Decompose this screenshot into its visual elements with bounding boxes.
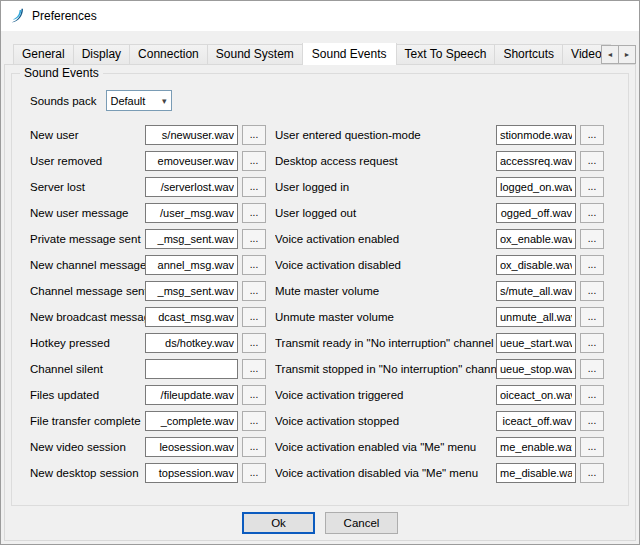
browse-button[interactable]: ...: [580, 203, 604, 223]
sound-file-input[interactable]: [496, 203, 576, 223]
sound-file-input[interactable]: [145, 463, 238, 483]
sound-events-group: Sound Events Sounds pack Default ▾ New u…: [11, 73, 629, 506]
browse-button[interactable]: ...: [580, 359, 604, 379]
row-channel-message-sent: Channel message sent ...: [30, 280, 266, 301]
browse-button[interactable]: ...: [580, 437, 604, 457]
row-new-broadcast-message: New broadcast message ...: [30, 306, 266, 327]
sound-file-input[interactable]: [145, 307, 238, 327]
ok-button[interactable]: Ok: [242, 512, 315, 534]
sound-file-input[interactable]: [145, 255, 238, 275]
row-new-desktop-session: New desktop session ...: [30, 462, 266, 483]
sound-file-input[interactable]: [496, 411, 576, 431]
sound-file-input[interactable]: [496, 437, 576, 457]
sound-event-label: Private message sent: [30, 233, 145, 245]
browse-button[interactable]: ...: [242, 151, 266, 171]
sound-event-label: Voice activation disabled via "Me" menu: [275, 467, 496, 479]
sound-event-label: User removed: [30, 155, 145, 167]
browse-button[interactable]: ...: [242, 437, 266, 457]
browse-button[interactable]: ...: [242, 411, 266, 431]
sound-file-input[interactable]: [496, 151, 576, 171]
row-user-logged-in: User logged in ...: [275, 176, 604, 197]
sound-event-label: Server lost: [30, 181, 145, 193]
sound-file-input[interactable]: [145, 229, 238, 249]
browse-button[interactable]: ...: [242, 229, 266, 249]
sound-file-input[interactable]: [496, 229, 576, 249]
tab-sound-system[interactable]: Sound System: [207, 44, 303, 65]
sound-file-input[interactable]: [145, 151, 238, 171]
sound-file-input[interactable]: [496, 463, 576, 483]
row-voice-activation-triggered: Voice activation triggered ...: [275, 384, 604, 405]
sound-file-input[interactable]: [145, 359, 238, 379]
tab-scroll-control: ◄ ►: [602, 45, 636, 64]
browse-button[interactable]: ...: [580, 411, 604, 431]
sounds-pack-value: Default: [111, 95, 146, 107]
browse-button[interactable]: ...: [580, 177, 604, 197]
sound-file-input[interactable]: [145, 203, 238, 223]
row-new-video-session: New video session ...: [30, 436, 266, 457]
cancel-button[interactable]: Cancel: [325, 512, 398, 534]
browse-button[interactable]: ...: [242, 281, 266, 301]
sounds-pack-dropdown[interactable]: Default ▾: [106, 90, 172, 111]
sound-file-input[interactable]: [496, 307, 576, 327]
browse-button[interactable]: ...: [580, 255, 604, 275]
browse-button[interactable]: ...: [242, 255, 266, 275]
sound-file-input[interactable]: [496, 255, 576, 275]
tab-scroll-left-icon[interactable]: ◄: [601, 45, 619, 64]
sound-file-input[interactable]: [496, 125, 576, 145]
tab-general[interactable]: General: [13, 44, 74, 65]
sounds-pack-row: Sounds pack Default ▾: [30, 90, 172, 111]
tab-display[interactable]: Display: [73, 44, 130, 65]
sound-event-label: Voice activation stopped: [275, 415, 496, 427]
browse-button[interactable]: ...: [580, 307, 604, 327]
browse-button[interactable]: ...: [242, 177, 266, 197]
sound-event-label: New broadcast message: [30, 311, 145, 323]
sound-file-input[interactable]: [145, 177, 238, 197]
browse-button[interactable]: ...: [580, 281, 604, 301]
browse-button[interactable]: ...: [242, 359, 266, 379]
browse-button[interactable]: ...: [580, 385, 604, 405]
tab-connection[interactable]: Connection: [129, 44, 208, 65]
browse-button[interactable]: ...: [242, 307, 266, 327]
preferences-dialog: Preferences General Display Connection S…: [0, 0, 640, 545]
sound-file-input[interactable]: [496, 177, 576, 197]
browse-button[interactable]: ...: [242, 203, 266, 223]
browse-button[interactable]: ...: [242, 463, 266, 483]
row-user-removed: User removed ...: [30, 150, 266, 171]
sound-event-label: Channel silent: [30, 363, 145, 375]
tab-shortcuts[interactable]: Shortcuts: [494, 44, 563, 65]
sound-event-label: New desktop session: [30, 467, 145, 479]
browse-button[interactable]: ...: [242, 125, 266, 145]
tab-sound-events[interactable]: Sound Events: [302, 43, 397, 65]
browse-button[interactable]: ...: [580, 125, 604, 145]
sound-file-input[interactable]: [145, 437, 238, 457]
sound-file-input[interactable]: [145, 411, 238, 431]
browse-button[interactable]: ...: [580, 229, 604, 249]
app-icon: [9, 8, 25, 24]
sound-file-input[interactable]: [496, 281, 576, 301]
browse-button[interactable]: ...: [242, 333, 266, 353]
row-voice-activation-enabled-me-menu: Voice activation enabled via "Me" menu .…: [275, 436, 604, 457]
row-new-user-message: New user message ...: [30, 202, 266, 223]
dialog-content: General Display Connection Sound System …: [1, 31, 639, 544]
sound-file-input[interactable]: [145, 125, 238, 145]
sound-event-label: Transmit stopped in "No interruption" ch…: [275, 363, 496, 375]
sound-file-input[interactable]: [496, 385, 576, 405]
row-transmit-stopped: Transmit stopped in "No interruption" ch…: [275, 358, 604, 379]
tab-scroll-right-icon[interactable]: ►: [618, 45, 636, 64]
browse-button[interactable]: ...: [580, 151, 604, 171]
browse-button[interactable]: ...: [580, 333, 604, 353]
tab-text-to-speech[interactable]: Text To Speech: [396, 44, 496, 65]
sound-file-input[interactable]: [145, 385, 238, 405]
sound-file-input[interactable]: [145, 333, 238, 353]
sound-file-input[interactable]: [145, 281, 238, 301]
row-voice-activation-disabled-me-menu: Voice activation disabled via "Me" menu …: [275, 462, 604, 483]
sound-event-label: User logged in: [275, 181, 496, 193]
sound-file-input[interactable]: [496, 359, 576, 379]
sound-file-input[interactable]: [496, 333, 576, 353]
row-voice-activation-enabled: Voice activation enabled ...: [275, 228, 604, 249]
sound-event-label: Mute master volume: [275, 285, 496, 297]
browse-button[interactable]: ...: [242, 385, 266, 405]
row-hotkey-pressed: Hotkey pressed ...: [30, 332, 266, 353]
sound-event-label: File transfer complete: [30, 415, 145, 427]
browse-button[interactable]: ...: [580, 463, 604, 483]
